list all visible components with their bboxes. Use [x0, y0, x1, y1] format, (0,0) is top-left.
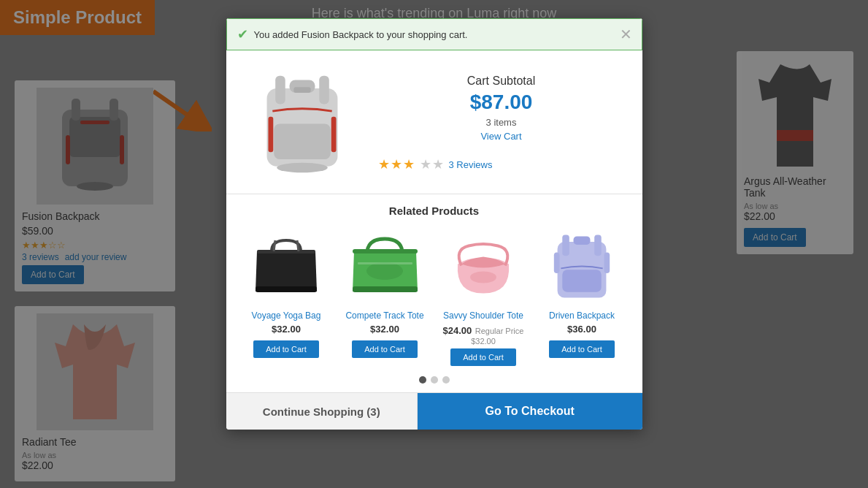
svg-rect-16: [331, 116, 336, 151]
modal-close-button[interactable]: ✕: [620, 27, 632, 42]
yoga-bag-name[interactable]: Voyage Yoga Bag: [252, 310, 321, 321]
svg-rect-14: [319, 75, 329, 104]
svg-rect-34: [604, 252, 610, 273]
related-product-driven-backpack: Driven Backpack $36.00 Add to Cart: [537, 226, 628, 366]
shoulder-tote-add-to-cart[interactable]: Add to Cart: [450, 348, 516, 366]
svg-point-18: [277, 162, 328, 172]
product-rating-row: ★★★★★ 3 Reviews: [378, 156, 493, 172]
svg-rect-23: [353, 249, 418, 253]
driven-backpack-price: $36.00: [567, 324, 596, 335]
svg-point-24: [366, 262, 403, 280]
svg-rect-17: [293, 87, 310, 93]
track-tote-name[interactable]: Compete Track Tote: [345, 310, 423, 321]
cart-info-panel: Cart Subtotal $87.00 3 items View Cart ★…: [378, 65, 625, 182]
yoga-bag-add-to-cart[interactable]: Add to Cart: [253, 340, 319, 358]
svg-line-21: [297, 240, 299, 251]
reviews-link[interactable]: 3 Reviews: [449, 159, 493, 170]
related-product-shoulder-tote: Savvy Shoulder Tote $24.00 Regular Price…: [438, 226, 529, 366]
svg-rect-29: [562, 270, 601, 292]
svg-rect-22: [256, 286, 317, 292]
related-products-section: Related Products: [226, 194, 642, 384]
success-banner: ✔ You added Fusion Backpack to your shop…: [226, 18, 642, 50]
pagination-dots: [241, 366, 628, 384]
success-check-icon: ✔: [237, 26, 248, 42]
shoulder-tote-price: $24.00: [443, 325, 472, 336]
track-tote-image: [345, 226, 425, 306]
cart-subtotal-price: $87.00: [470, 91, 533, 114]
svg-rect-11: [274, 123, 331, 159]
shoulder-tote-regular-label: Regular Price: [475, 327, 524, 335]
svg-rect-15: [268, 116, 273, 151]
filled-stars: ★★★: [378, 156, 415, 172]
view-cart-link[interactable]: View Cart: [480, 131, 521, 142]
related-products-title: Related Products: [241, 205, 628, 217]
added-product-image: [244, 65, 361, 182]
svg-rect-31: [562, 235, 569, 256]
svg-point-27: [470, 272, 496, 283]
svg-rect-32: [594, 235, 602, 256]
driven-backpack-image: [542, 226, 622, 306]
shoulder-tote-price-wrapper: $24.00 Regular Price $32.00: [443, 324, 524, 346]
dot-2[interactable]: [431, 376, 438, 384]
related-products-grid: Voyage Yoga Bag $32.00 Add to Cart: [241, 226, 628, 366]
continue-shopping-button[interactable]: Continue Shopping (3): [226, 393, 418, 430]
dot-1[interactable]: [419, 376, 426, 384]
track-tote-price: $32.00: [370, 324, 399, 335]
svg-rect-26: [358, 262, 412, 264]
track-tote-add-to-cart[interactable]: Add to Cart: [352, 340, 418, 358]
svg-rect-13: [275, 75, 285, 104]
svg-rect-19: [257, 250, 315, 253]
driven-backpack-add-to-cart[interactable]: Add to Cart: [549, 340, 615, 358]
modal-body: Cart Subtotal $87.00 3 items View Cart ★…: [226, 50, 642, 194]
svg-rect-25: [353, 286, 418, 292]
shoulder-tote-image: [443, 226, 523, 306]
success-message: You added Fusion Backpack to your shoppi…: [254, 29, 468, 40]
svg-line-20: [274, 240, 275, 251]
related-product-track-tote: Compete Track Tote $32.00 Add to Cart: [339, 226, 431, 366]
modal-footer: Continue Shopping (3) Go To Checkout: [226, 392, 642, 430]
svg-rect-33: [554, 252, 560, 273]
cart-items-count: 3 items: [486, 117, 517, 128]
shoulder-tote-name[interactable]: Savvy Shoulder Tote: [443, 310, 523, 321]
dot-3[interactable]: [442, 376, 450, 384]
yoga-bag-image: [246, 226, 326, 306]
shoulder-tote-regular-price: $32.00: [443, 337, 524, 346]
yoga-bag-price: $32.00: [272, 324, 301, 335]
shopping-cart-modal: ✕ ✔ You added Fusion Backpack to your sh…: [226, 18, 642, 430]
cart-subtotal-label: Cart Subtotal: [467, 75, 535, 88]
driven-backpack-name[interactable]: Driven Backpack: [549, 310, 615, 321]
related-product-yoga-bag: Voyage Yoga Bag $32.00 Add to Cart: [241, 226, 332, 366]
go-to-checkout-button[interactable]: Go To Checkout: [418, 393, 642, 430]
empty-stars: ★★: [420, 156, 445, 172]
svg-rect-30: [574, 236, 591, 244]
